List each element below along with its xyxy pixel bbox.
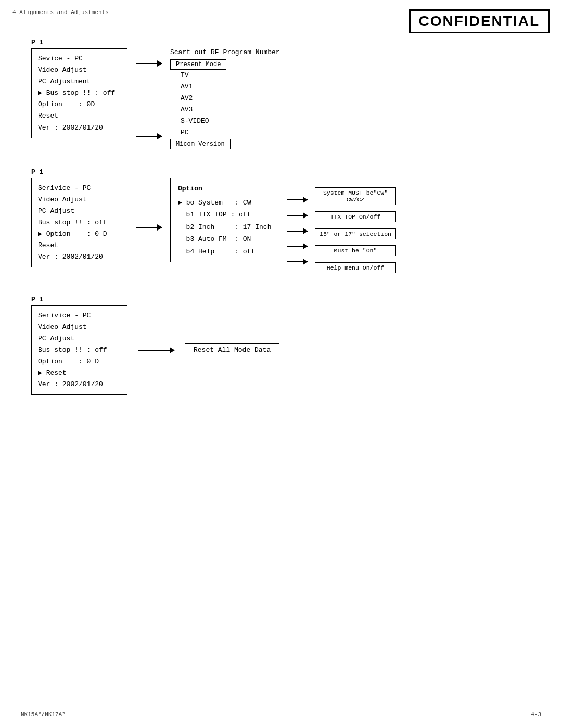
menu-item: Option : 0D bbox=[38, 99, 121, 110]
scart-item: PC bbox=[181, 127, 209, 138]
present-mode-box: Present Mode bbox=[170, 59, 226, 70]
scart-item: AV3 bbox=[181, 104, 209, 116]
micom-box: Micom Version bbox=[170, 139, 231, 149]
menu-item: Reset bbox=[38, 110, 121, 122]
menu-item: Video Adjust bbox=[38, 65, 121, 76]
section2-p1-label: P 1 bbox=[31, 168, 531, 176]
menu-item: ▶ Reset bbox=[38, 367, 121, 379]
menu-item: ▶ Bus stop !! : off bbox=[38, 87, 121, 99]
arrow-to-present bbox=[136, 63, 162, 64]
confidential-label: CONFIDENTIAL bbox=[409, 9, 550, 33]
arrow-to-option bbox=[136, 227, 162, 228]
option-item: b3 Auto FM : ON bbox=[178, 233, 272, 245]
menu-item: Reset bbox=[38, 240, 121, 251]
footer-right: 4-3 bbox=[531, 711, 541, 718]
info-box-autofm: Must be "On" bbox=[315, 245, 396, 256]
scart-item: AV2 bbox=[181, 93, 209, 104]
arrow-to-micom bbox=[136, 136, 162, 137]
scart-list: TV AV1 AV2 AV3 S-VIDEO PC bbox=[170, 70, 209, 139]
option-item: ▶ bo System : CW bbox=[178, 197, 272, 209]
scart-title: Scart out RF Program Number bbox=[170, 48, 280, 56]
arrow-to-info3 bbox=[287, 231, 308, 232]
option-item: b2 Inch : 17 Inch bbox=[178, 221, 272, 233]
menu-item: Option : 0 D bbox=[38, 356, 121, 367]
footer-left: NK15A*/NK17A* bbox=[21, 711, 66, 718]
arrow-to-reset bbox=[138, 350, 174, 351]
menu-item: Video Adjust bbox=[38, 322, 121, 333]
section1-p1-label: P 1 bbox=[31, 39, 531, 46]
breadcrumb: 4 Alignments and Adjustments bbox=[12, 9, 109, 16]
menu-item: Ver : 2002/01/20 bbox=[38, 379, 121, 390]
menu-item: Video Adjust bbox=[38, 194, 121, 206]
menu-item: Sevice - PC bbox=[38, 53, 121, 65]
arrow-to-info4 bbox=[287, 246, 308, 247]
menu-item: Bus stop !! : off bbox=[38, 217, 121, 228]
section1-menu-box: Sevice - PC Video Adjust PC Adjustment ▶… bbox=[31, 48, 127, 138]
option-item: b1 TTX TOP : off bbox=[178, 209, 272, 221]
option-title: Option bbox=[178, 183, 272, 195]
info-box-inch: 15" or 17" selection bbox=[315, 228, 396, 239]
info-box-system: System MUST be"CW"CW/CZ bbox=[315, 187, 396, 205]
menu-item: PC Adjust bbox=[38, 333, 121, 344]
arrow-to-info5 bbox=[287, 261, 308, 262]
menu-item: Ver : 2002/01/20 bbox=[38, 251, 121, 263]
menu-item: PC Adjustment bbox=[38, 76, 121, 87]
menu-item: Serivice - PC bbox=[38, 183, 121, 194]
option-box: Option ▶ bo System : CW b1 TTX TOP : off… bbox=[170, 178, 279, 262]
scart-item: AV1 bbox=[181, 81, 209, 93]
info-box-ttx: TTX TOP On/off bbox=[315, 211, 396, 222]
scart-item: TV bbox=[181, 70, 209, 81]
section3-menu-box: Serivice - PC Video Adjust PC Adjust Bus… bbox=[31, 305, 127, 395]
option-item: b4 Help : off bbox=[178, 246, 272, 258]
menu-item: ▶ Option : 0 D bbox=[38, 228, 121, 240]
menu-item: Bus stop !! : off bbox=[38, 344, 121, 356]
page-footer: NK15A*/NK17A* 4-3 bbox=[0, 707, 562, 718]
menu-item: PC Adjust bbox=[38, 206, 121, 217]
menu-item: Ver : 2002/01/20 bbox=[38, 122, 121, 134]
arrow-to-info2 bbox=[287, 215, 308, 216]
scart-panel: Scart out RF Program Number Present Mode… bbox=[170, 48, 280, 149]
reset-box: Reset All Mode Data bbox=[185, 343, 279, 356]
info-box-help: Help menu On/off bbox=[315, 262, 396, 273]
arrow-to-info1 bbox=[287, 199, 308, 200]
scart-item: S-VIDEO bbox=[181, 116, 209, 127]
section2-menu-box: Serivice - PC Video Adjust PC Adjust Bus… bbox=[31, 178, 127, 268]
section3-p1-label: P 1 bbox=[31, 296, 531, 303]
menu-item: Serivice - PC bbox=[38, 310, 121, 322]
